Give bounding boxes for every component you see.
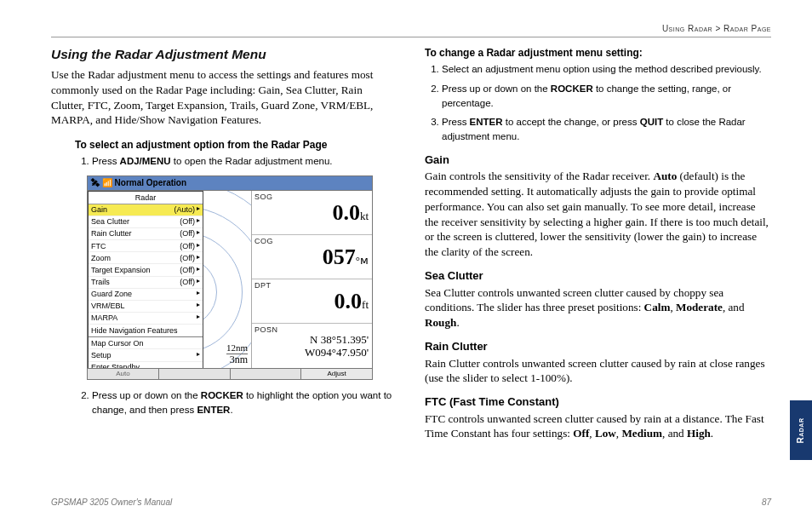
range-outer: 12nm: [226, 342, 248, 353]
step-2: Press up or down on the ROCKER to highli…: [92, 388, 397, 417]
menu-item: Gain(Auto)▸: [89, 204, 203, 216]
fig-titlebar: 🛰 📶 Normal Operation: [88, 176, 372, 191]
menu-item: Target Expansion(Off)▸: [89, 264, 203, 276]
breadcrumb: Using Radar > Radar Page: [51, 24, 771, 33]
radar-screenshot: 🛰 📶 Normal Operation Radar Gain(Auto)▸Se…: [87, 175, 373, 380]
menu-item: Guard Zone▸: [89, 289, 203, 301]
fig-footer: Auto Adjust: [88, 368, 372, 380]
intro-paragraph: Use the Radar adjustment menu to access …: [51, 67, 397, 128]
data-cell-posn: POSNN 38°51.395'W094°47.950': [252, 324, 372, 367]
data-cell-sog: SOG0.0kt: [252, 191, 372, 235]
subheading-change: To change a Radar adjustment menu settin…: [425, 46, 771, 60]
gain-paragraph: Gain controls the sensitivity of the Rad…: [425, 169, 771, 260]
ftc-heading: FTC (Fast Time Constant): [425, 394, 771, 410]
page-footer: GPSMAP 3205 Owner's Manual 87: [51, 497, 771, 507]
sea-paragraph: Sea Clutter controls unwanted screen clu…: [425, 285, 771, 331]
softkey: [231, 368, 302, 380]
data-cell-cog: COG057°ᴍ: [252, 235, 372, 279]
menu-item: Trails(Off)▸: [89, 277, 203, 289]
menu-item: Rain Clutter(Off)▸: [89, 228, 203, 240]
menu-item: Zoom(Off)▸: [89, 252, 203, 264]
data-cell-dpt: DPT0.0ft: [252, 279, 372, 324]
ftc-paragraph: FTC controls unwanted screen clutter cau…: [425, 411, 771, 442]
softkey: Adjust: [301, 368, 372, 380]
fig-title-text: 🛰 📶 Normal Operation: [91, 177, 186, 189]
change-step-2: Press up or down on the ROCKER to change…: [442, 82, 771, 110]
softkey: [159, 368, 231, 380]
subheading-select: To select an adjustment option from the …: [75, 138, 397, 152]
right-column: To change a Radar adjustment menu settin…: [425, 46, 771, 448]
footer-page-number: 87: [762, 497, 771, 507]
menu-item: Hide Navigation Features: [89, 325, 203, 336]
range-labels: 12nm 3nm: [226, 342, 248, 365]
menu-item: Enter Standby: [89, 362, 203, 368]
data-column: SOG0.0ktCOG057°ᴍDPT0.0ftPOSNN 38°51.395'…: [252, 191, 372, 368]
left-column: Using the Radar Adjustment Menu Use the …: [51, 46, 397, 448]
radar-menu-title: Radar: [89, 192, 203, 204]
menu-item: FTC(Off)▸: [89, 240, 203, 252]
change-step-3: Press ENTER to accept the change, or pre…: [442, 115, 771, 143]
change-step-1: Select an adjustment menu option using t…: [442, 62, 771, 77]
steps-change: Select an adjustment menu option using t…: [425, 62, 771, 143]
breadcrumb-page: Radar Page: [723, 24, 771, 33]
sea-heading: Sea Clutter: [425, 268, 771, 284]
step-1: Press ADJ/MENU to open the Radar adjustm…: [92, 154, 397, 169]
rain-paragraph: Rain Clutter controls unwanted screen cl…: [425, 356, 771, 387]
header-rule: [51, 37, 771, 37]
breadcrumb-sep: >: [715, 24, 720, 33]
range-inner: 3nm: [226, 354, 248, 365]
section-heading: Using the Radar Adjustment Menu: [51, 46, 397, 64]
breadcrumb-section: Using Radar: [662, 24, 712, 33]
side-tab-radar: Radar: [790, 400, 812, 460]
gain-heading: Gain: [425, 152, 771, 168]
rain-heading: Rain Clutter: [425, 339, 771, 354]
menu-item: VRM/EBL▸: [89, 301, 203, 313]
radar-display: Radar Gain(Auto)▸Sea Clutter(Off)▸Rain C…: [88, 191, 252, 368]
footer-manual: GPSMAP 3205 Owner's Manual: [51, 497, 172, 507]
steps-select: Press ADJ/MENU to open the Radar adjustm…: [75, 154, 397, 169]
steps-select-cont: Press up or down on the ROCKER to highli…: [75, 388, 397, 417]
menu-item: Setup▸: [89, 349, 203, 361]
softkey: Auto: [88, 368, 159, 380]
menu-item: MARPA▸: [89, 313, 203, 325]
menu-item: Map Cursor On: [89, 337, 203, 349]
radar-menu: Radar Gain(Auto)▸Sea Clutter(Off)▸Rain C…: [88, 191, 203, 368]
menu-item: Sea Clutter(Off)▸: [89, 216, 203, 228]
